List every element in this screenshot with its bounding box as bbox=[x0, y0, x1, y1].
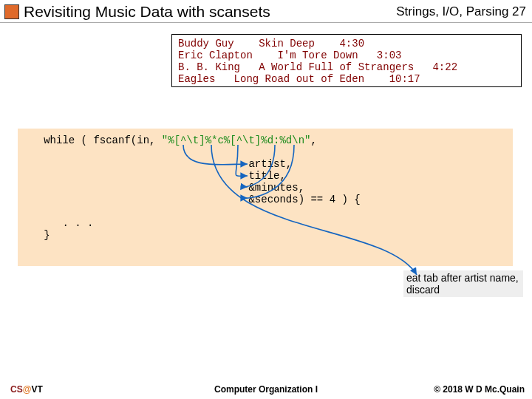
code-box: while ( fscanf(in, "%[^\t]%*c%[^\t]%d:%d… bbox=[18, 129, 513, 266]
footer-left: CS@VT bbox=[10, 384, 43, 395]
section-name: Strings, I/O, Parsing bbox=[396, 4, 508, 18]
header-divider bbox=[0, 22, 532, 23]
code-line-6: &seconds) == 4 ) { bbox=[25, 194, 361, 205]
code-line-4: title, bbox=[25, 170, 286, 182]
page-number: 27 bbox=[512, 4, 526, 18]
slide-section: Strings, I/O, Parsing 27 bbox=[396, 4, 526, 19]
data-line: B. B. King A World Full of Strangers 4:2… bbox=[178, 61, 457, 73]
code-line-8: . . . bbox=[25, 217, 93, 229]
data-line: Eagles Long Road out of Eden 10:17 bbox=[178, 73, 420, 85]
code-line-5: &minutes, bbox=[25, 182, 304, 194]
footer-right: © 2018 W D Mc.Quain bbox=[434, 384, 525, 395]
code-line-1-tail: , bbox=[310, 134, 316, 146]
header: Revisiting Music Data with scansets Stri… bbox=[0, 3, 532, 24]
code-line-1-head: while ( fscanf(in, bbox=[25, 134, 162, 146]
annotation-box: eat tab after artist name, discard bbox=[403, 270, 523, 297]
footer-cs: CS bbox=[10, 384, 23, 395]
music-data-box: Buddy Guy Skin Deep 4:30 Eric Clapton I'… bbox=[171, 34, 522, 87]
data-line: Eric Clapton I'm Tore Down 3:03 bbox=[178, 50, 401, 61]
code-line-9: } bbox=[25, 229, 50, 241]
header-square-icon bbox=[4, 4, 19, 19]
slide-title: Revisiting Music Data with scansets bbox=[24, 3, 270, 21]
footer: Computer Organization I CS@VT © 2018 W D… bbox=[0, 383, 532, 395]
code-format-string: "%[^\t]%*c%[^\t]%d:%d\n" bbox=[162, 134, 311, 146]
footer-at: @ bbox=[23, 384, 32, 395]
footer-vt: VT bbox=[31, 384, 42, 395]
slide: Revisiting Music Data with scansets Stri… bbox=[0, 0, 532, 399]
data-line: Buddy Guy Skin Deep 4:30 bbox=[178, 38, 364, 50]
code-line-3: artist, bbox=[25, 158, 292, 170]
